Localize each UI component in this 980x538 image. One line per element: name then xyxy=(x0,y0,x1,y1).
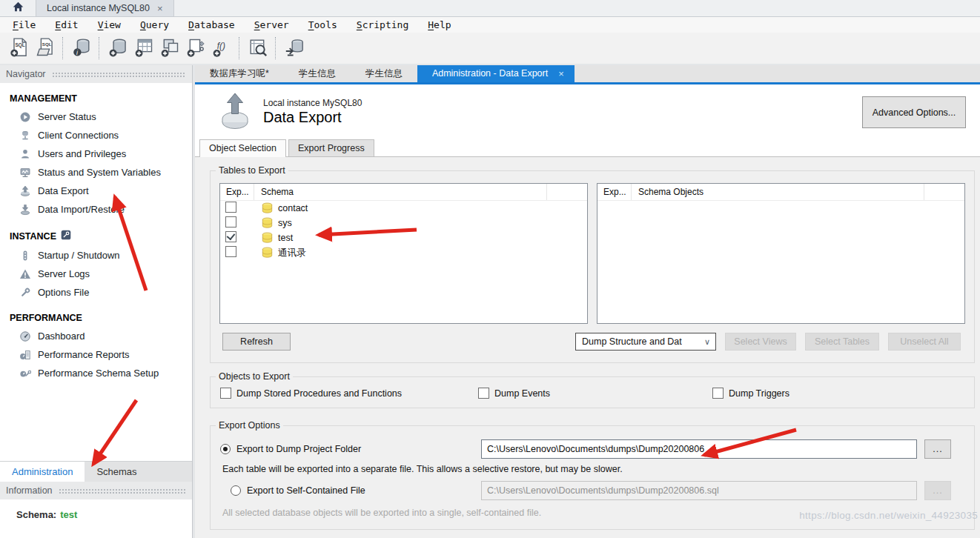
doc-tab-2[interactable]: 学生信息 xyxy=(284,65,351,82)
export-checkbox[interactable] xyxy=(225,202,236,213)
sidebar-item-label: Data Export xyxy=(38,185,89,196)
menu-tools[interactable]: Tools xyxy=(299,17,347,33)
connection-tab[interactable]: Local instance MySQL80 × xyxy=(36,0,174,16)
export-to-folder-radio[interactable] xyxy=(220,444,231,454)
menu-file[interactable]: File xyxy=(3,17,45,33)
objects-to-export-group: Objects to Export Dump Stored Procedures… xyxy=(210,371,975,408)
server-logs-icon xyxy=(19,268,31,280)
home-tab[interactable] xyxy=(0,0,36,16)
new-table-button[interactable] xyxy=(132,37,155,60)
new-schema-button[interactable] xyxy=(106,37,129,60)
options-file-icon xyxy=(19,286,31,299)
sidebar-item-data-export[interactable]: Data Export xyxy=(0,182,192,200)
export-to-file-radio[interactable] xyxy=(231,485,241,496)
open-sql-script-button[interactable]: SQL xyxy=(33,37,56,60)
tab-object-selection[interactable]: Object Selection xyxy=(199,139,286,157)
doc-tab-3[interactable]: 学生信息 xyxy=(351,65,417,82)
schema-list[interactable]: Exp... Schema contactsystest通讯录 xyxy=(219,183,588,324)
checkbox[interactable] xyxy=(478,388,489,399)
dump-triggers-checkbox[interactable]: Dump Triggers xyxy=(712,388,789,399)
schema-row-通讯录[interactable]: 通讯录 xyxy=(220,245,587,260)
main-area: 数据库学习呢*学生信息学生信息Administration - Data Exp… xyxy=(195,65,980,538)
dump-events-checkbox[interactable]: Dump Events xyxy=(478,388,712,399)
schema-row-test[interactable]: test xyxy=(220,230,587,245)
export-checkbox[interactable] xyxy=(225,231,236,242)
new-view-button[interactable] xyxy=(158,37,181,60)
export-to-file-label: Export to Self-Contained File xyxy=(247,485,365,496)
unselect-all-button[interactable]: Unselect All xyxy=(888,333,961,351)
folder-path-input[interactable] xyxy=(481,439,917,459)
sidebar-item-dashboard[interactable]: Dashboard xyxy=(0,327,192,345)
file-path-input[interactable] xyxy=(481,481,917,500)
checkbox-label: Dump Stored Procedures and Functions xyxy=(236,388,402,399)
dump-stored-procedures-checkbox[interactable]: Dump Stored Procedures and Functions xyxy=(220,388,478,399)
nav-section-performance: PERFORMANCE xyxy=(0,310,192,327)
file-browse-button[interactable]: ... xyxy=(924,481,951,500)
sidebar-item-label: Client Connections xyxy=(38,130,119,141)
search-data-button[interactable] xyxy=(246,37,269,60)
sidebar-item-status-and-system-variables[interactable]: Status and System Variables xyxy=(0,163,192,182)
checkbox[interactable] xyxy=(712,388,724,399)
sidebar-item-performance-schema-setup[interactable]: Performance Schema Setup xyxy=(0,364,192,382)
sidebar-item-data-import-restore[interactable]: Data Import/Restore xyxy=(0,200,192,219)
checkbox-label: Dump Events xyxy=(494,388,550,399)
tab-schemas[interactable]: Schemas xyxy=(85,462,148,482)
sidebar-item-server-logs[interactable]: Server Logs xyxy=(0,265,192,283)
data-transfer-button[interactable] xyxy=(282,37,305,60)
new-table-icon xyxy=(133,37,154,60)
search-data-icon xyxy=(248,37,268,60)
menu-query[interactable]: Query xyxy=(130,17,179,33)
menu-scripting[interactable]: Scripting xyxy=(347,17,418,33)
sidebar-item-performance-reports[interactable]: Performance Reports xyxy=(0,345,192,364)
schema-icon xyxy=(261,217,274,229)
doc-tab-4-active[interactable]: Administration - Data Export× xyxy=(417,65,575,82)
menu-help[interactable]: Help xyxy=(418,17,460,33)
column-schema: Schema xyxy=(254,184,546,200)
toolbar: SQLSQLif() xyxy=(0,33,980,64)
menu-database[interactable]: Database xyxy=(179,17,245,33)
new-function-icon: f() xyxy=(211,37,232,60)
folder-browse-button[interactable]: ... xyxy=(924,439,951,459)
sidebar-item-server-status[interactable]: Server Status xyxy=(0,107,192,126)
schema-row-sys[interactable]: sys xyxy=(220,216,587,230)
new-procedure-button[interactable] xyxy=(184,37,207,60)
export-checkbox[interactable] xyxy=(225,246,236,257)
export-to-folder-label: Export to Dump Project Folder xyxy=(236,444,361,454)
schema-objects-list[interactable]: Exp... Schema Objects xyxy=(597,183,965,324)
column-export: Exp... xyxy=(597,184,632,200)
sidebar-item-client-connections[interactable]: Client Connections xyxy=(0,126,192,145)
menu-server[interactable]: Server xyxy=(245,17,299,33)
close-icon[interactable]: × xyxy=(558,65,564,82)
tab-export-progress[interactable]: Export Progress xyxy=(288,139,374,156)
refresh-button[interactable]: Refresh xyxy=(222,333,291,351)
sidebar-bottom-tabs: Administration Schemas xyxy=(0,461,192,482)
select-tables-button[interactable]: Select Tables xyxy=(805,333,879,351)
new-function-button[interactable]: f() xyxy=(210,37,233,60)
doc-tab-1[interactable]: 数据库学习呢* xyxy=(195,65,284,82)
sidebar-item-options-file[interactable]: Options File xyxy=(0,283,192,302)
schema-row-contact[interactable]: contact xyxy=(220,201,587,216)
navigator-sidebar: Navigator MANAGEMENTServer StatusClient … xyxy=(0,65,193,538)
data-import-icon xyxy=(19,203,31,216)
home-icon xyxy=(12,1,24,16)
sidebar-item-users-and-privileges[interactable]: Users and Privileges xyxy=(0,145,192,163)
new-sql-tab-button[interactable]: SQL xyxy=(7,37,30,60)
advanced-options-button[interactable]: Advanced Options... xyxy=(862,96,966,128)
connection-tab-label: Local instance MySQL80 xyxy=(47,3,150,13)
dump-type-dropdown[interactable]: Dump Structure and Dat ∨ xyxy=(575,333,716,351)
connection-tab-close-icon[interactable]: × xyxy=(157,3,163,14)
select-views-button[interactable]: Select Views xyxy=(725,333,796,351)
tab-administration[interactable]: Administration xyxy=(0,462,85,482)
export-checkbox[interactable] xyxy=(225,216,236,228)
startup-shutdown-icon xyxy=(19,249,31,262)
toolbar-separator xyxy=(275,37,277,59)
sidebar-item-startup-shutdown[interactable]: Startup / Shutdown xyxy=(0,246,192,265)
table-inspector-button[interactable]: i xyxy=(70,37,93,60)
page-header: Local instance MySQL80 Data Export Advan… xyxy=(195,84,980,139)
menu-edit[interactable]: Edit xyxy=(45,17,87,33)
menu-view[interactable]: View xyxy=(88,17,130,33)
schema-objects-header: Exp... Schema Objects xyxy=(597,184,964,201)
page-title: Data Export xyxy=(263,109,342,126)
sidebar-item-label: Startup / Shutdown xyxy=(38,250,120,261)
checkbox[interactable] xyxy=(220,388,231,399)
